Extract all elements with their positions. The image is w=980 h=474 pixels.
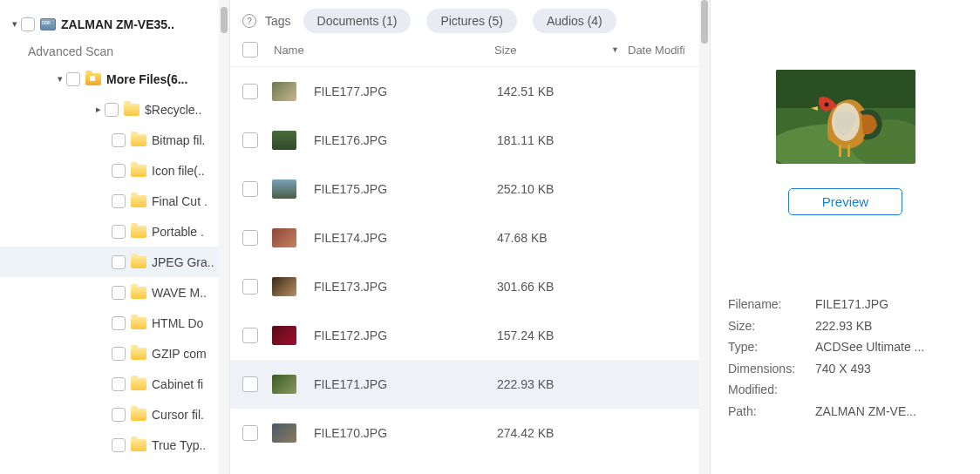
folder-checkbox[interactable] — [112, 255, 126, 269]
more-files-label: More Files(6... — [106, 72, 187, 86]
folder-label: HTML Do — [152, 316, 203, 330]
file-thumbnail — [272, 228, 296, 247]
folder-icon — [131, 409, 146, 421]
filelist-scrollbar[interactable] — [699, 0, 710, 474]
folder-label: True Typ.. — [152, 438, 206, 452]
folder-checkbox[interactable] — [112, 438, 126, 452]
folder-label: $Recycle.. — [145, 103, 201, 117]
tree-more-files-row[interactable]: ▾ More Files(6... — [0, 64, 229, 94]
meta-key-dimensions: Dimensions: — [728, 358, 815, 380]
tags-bar: ? Tags Documents (1) Pictures (5) Audios… — [230, 0, 710, 40]
preview-pane: Preview Filename:FILE171.JPG Size:222.93… — [710, 0, 980, 474]
folder-checkbox[interactable] — [112, 316, 126, 330]
file-row[interactable]: FILE174.JPG47.68 KB — [230, 213, 710, 262]
file-row[interactable]: FILE173.JPG301.66 KB — [230, 262, 710, 311]
file-checkbox[interactable] — [242, 376, 258, 392]
folder-checkbox[interactable] — [112, 194, 126, 208]
file-row[interactable]: FILE177.JPG142.51 KB — [230, 67, 710, 116]
file-row[interactable]: FILE172.JPG157.24 KB — [230, 311, 710, 360]
svg-point-4 — [824, 103, 828, 107]
file-name: FILE176.JPG — [314, 133, 497, 147]
meta-val-size: 222.93 KB — [815, 315, 963, 337]
tree-drive-row[interactable]: ▾ ZALMAN ZM-VE35.. — [0, 9, 229, 39]
help-icon[interactable]: ? — [242, 14, 256, 28]
advanced-scan-label[interactable]: Advanced Scan — [0, 39, 229, 64]
file-checkbox[interactable] — [242, 425, 258, 441]
file-name: FILE171.JPG — [314, 377, 497, 391]
file-checkbox[interactable] — [242, 279, 258, 295]
chevron-down-icon[interactable]: ▾ — [54, 73, 66, 85]
file-checkbox[interactable] — [242, 328, 258, 343]
column-size[interactable]: Size — [494, 44, 625, 57]
meta-key-filename: Filename: — [728, 294, 815, 315]
folder-checkbox[interactable] — [105, 103, 119, 117]
tree-recycle-row[interactable]: ▸ $Recycle.. — [0, 94, 229, 125]
folder-icon — [131, 348, 146, 360]
meta-val-modified — [815, 379, 963, 401]
tree-folder-row[interactable]: Cabinet fi — [0, 369, 229, 399]
folder-checkbox[interactable] — [112, 133, 126, 147]
file-name: FILE172.JPG — [314, 328, 497, 342]
file-name: FILE174.JPG — [314, 231, 497, 245]
file-name: FILE170.JPG — [314, 426, 497, 440]
folder-icon — [124, 104, 140, 116]
folder-icon — [131, 287, 146, 299]
folder-checkbox[interactable] — [112, 347, 126, 361]
sidebar-scroll-thumb[interactable] — [221, 7, 228, 33]
tree-folder-row[interactable]: Portable . — [0, 216, 229, 247]
chevron-down-icon[interactable]: ▾ — [9, 18, 21, 30]
folder-label: Icon file(.. — [152, 164, 205, 178]
folder-checkbox[interactable] — [112, 408, 126, 422]
drive-checkbox[interactable] — [21, 17, 35, 31]
folder-checkbox[interactable] — [112, 225, 126, 239]
folder-checkbox[interactable] — [112, 377, 126, 391]
column-date[interactable]: Date Modifi — [628, 44, 698, 57]
tree-folder-row[interactable]: True Typ.. — [0, 430, 229, 460]
tree-folder-row[interactable]: HTML Do — [0, 308, 229, 338]
column-name[interactable]: Name — [274, 44, 494, 57]
tag-audios[interactable]: Audios (4) — [533, 9, 616, 33]
tag-pictures[interactable]: Pictures (5) — [426, 9, 517, 33]
file-size: 142.51 KB — [497, 85, 628, 98]
folder-checkbox[interactable] — [66, 72, 80, 86]
sort-caret-icon[interactable]: ▼ — [611, 45, 619, 54]
list-header: Name Size ▼ Date Modifi — [230, 40, 710, 67]
file-size: 252.10 KB — [497, 182, 628, 196]
tree-folder-row[interactable]: WAVE M.. — [0, 277, 229, 308]
sidebar-scrollbar[interactable] — [219, 0, 229, 474]
preview-button[interactable]: Preview — [788, 188, 902, 215]
file-size: 222.93 KB — [497, 377, 628, 391]
file-checkbox[interactable] — [242, 84, 258, 99]
tree-folder-row[interactable]: Final Cut . — [0, 186, 229, 216]
meta-val-path: ZALMAN ZM-VE... — [815, 401, 963, 423]
tags-label: Tags — [265, 14, 291, 28]
chevron-right-icon[interactable]: ▸ — [92, 104, 105, 115]
filelist-scroll-thumb[interactable] — [701, 0, 708, 44]
file-checkbox[interactable] — [242, 230, 258, 246]
tree-folder-row[interactable]: Cursor fil. — [0, 399, 229, 430]
file-name: FILE175.JPG — [314, 182, 497, 196]
file-row[interactable]: FILE171.JPG222.93 KB — [230, 360, 710, 409]
file-thumbnail — [272, 131, 296, 150]
sidebar-tree: ▾ ZALMAN ZM-VE35.. Advanced Scan ▾ More … — [0, 0, 230, 474]
file-list-body: FILE177.JPG142.51 KBFILE176.JPG181.11 KB… — [230, 67, 710, 474]
file-size: 274.42 KB — [497, 426, 628, 440]
tree-folder-row[interactable]: JPEG Gra.. — [0, 247, 229, 277]
tree-folder-row[interactable]: Icon file(.. — [0, 155, 229, 186]
file-thumbnail — [272, 423, 296, 443]
folder-label: Final Cut . — [152, 194, 208, 208]
folder-checkbox[interactable] — [112, 164, 126, 178]
file-checkbox[interactable] — [242, 181, 258, 197]
file-row[interactable]: FILE176.JPG181.11 KB — [230, 116, 710, 165]
select-all-checkbox[interactable] — [242, 42, 258, 58]
file-size: 301.66 KB — [497, 280, 628, 294]
tree-folder-row[interactable]: GZIP com — [0, 338, 229, 369]
tag-documents[interactable]: Documents (1) — [303, 9, 412, 33]
file-row[interactable]: FILE175.JPG252.10 KB — [230, 165, 710, 213]
file-checkbox[interactable] — [242, 132, 258, 148]
file-row[interactable]: FILE170.JPG274.42 KB — [230, 409, 710, 457]
svg-rect-5 — [839, 145, 841, 157]
tree-folder-row[interactable]: Bitmap fil. — [0, 125, 229, 155]
folder-checkbox[interactable] — [112, 286, 126, 300]
meta-key-modified: Modified: — [728, 379, 815, 401]
